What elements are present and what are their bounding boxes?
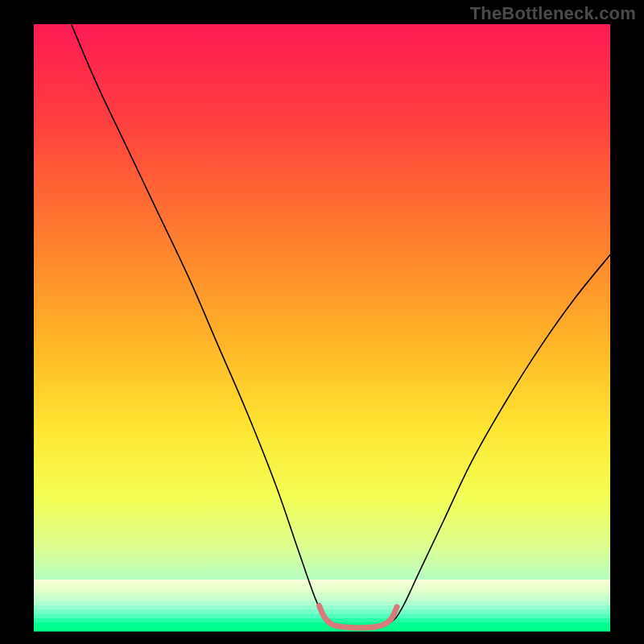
bottom-stripe <box>34 618 610 623</box>
bottom-stripe <box>34 584 610 588</box>
bottleneck-chart <box>0 0 644 644</box>
bottom-stripe <box>34 627 610 632</box>
bottom-stripe <box>34 597 610 601</box>
bottom-stripe <box>34 622 610 627</box>
bottom-stripe <box>34 601 610 606</box>
bottom-stripe <box>34 580 610 584</box>
bottom-stripe <box>34 588 610 593</box>
bottom-stripe <box>34 592 610 597</box>
chart-frame: TheBottleneck.com <box>0 0 644 644</box>
plot-area <box>34 24 610 631</box>
watermark-text: TheBottleneck.com <box>470 3 636 24</box>
